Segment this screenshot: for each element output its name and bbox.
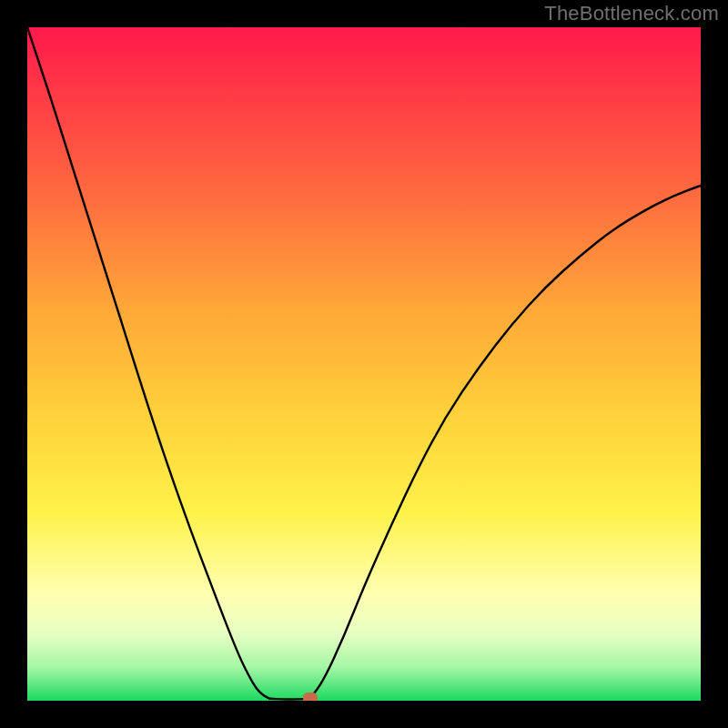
minimum-marker (303, 693, 318, 701)
curve-right-branch (310, 186, 701, 699)
curve-left-branch (27, 27, 269, 699)
plot-area (27, 27, 701, 701)
chart-frame: TheBottleneck.com (0, 0, 728, 728)
curve-svg (27, 27, 701, 701)
watermark-text: TheBottleneck.com (544, 2, 719, 25)
